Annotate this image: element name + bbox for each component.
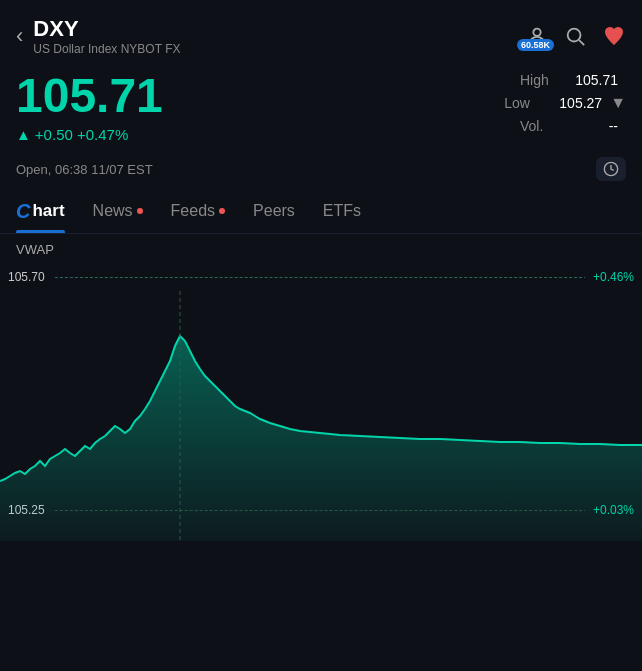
back-button[interactable]: ‹ [16, 23, 23, 49]
vol-value: -- [563, 118, 618, 134]
vwap-label: VWAP [0, 234, 642, 261]
price-section: 105.71 ▲ +0.50 +0.47% High 105.71 Low 10… [0, 64, 642, 151]
search-icon [564, 25, 586, 47]
user-badge: 60.58K [517, 39, 554, 51]
price-change: ▲ +0.50 +0.47% [16, 126, 163, 143]
tab-etfs-label: ETFs [323, 202, 361, 220]
header: ‹ DXY US Dollar Index NYBOT FX 60.58K [0, 0, 642, 64]
low-arrow: ▼ [610, 94, 626, 112]
low-label: Low [504, 95, 539, 111]
svg-point-0 [533, 29, 540, 36]
tab-chart[interactable]: Chart [16, 191, 65, 233]
tab-feeds[interactable]: Feeds [171, 192, 225, 232]
change-arrow: ▲ [16, 126, 31, 143]
main-price: 105.71 [16, 72, 163, 120]
news-dot [137, 208, 143, 214]
tab-news[interactable]: News [93, 192, 143, 232]
chart-logo: Chart [16, 201, 65, 221]
tab-feeds-label: Feeds [171, 202, 215, 220]
search-button[interactable] [564, 25, 586, 47]
heart-icon [602, 24, 626, 48]
clock-button[interactable] [596, 157, 626, 181]
chart-svg-wrapper [0, 261, 642, 541]
clock-icon [603, 161, 619, 177]
vol-stat: Vol. -- [486, 118, 626, 134]
vol-label: Vol. [520, 118, 555, 134]
tab-news-label: News [93, 202, 133, 220]
heart-button[interactable] [602, 24, 626, 48]
tab-peers-label: Peers [253, 202, 295, 220]
price-right: High 105.71 Low 105.27 ▼ Vol. -- [486, 72, 626, 134]
high-label: High [520, 72, 555, 88]
high-value: 105.71 [563, 72, 618, 88]
chart-container: 105.70 +0.46% 105.25 +0.03% [0, 261, 642, 541]
price-left: 105.71 ▲ +0.50 +0.47% [16, 72, 163, 143]
ticker-name: US Dollar Index NYBOT FX [33, 42, 180, 56]
tab-etfs[interactable]: ETFs [323, 192, 361, 232]
feeds-dot [219, 208, 225, 214]
tab-peers[interactable]: Peers [253, 192, 295, 232]
open-time-text: Open, 06:38 11/07 EST [16, 162, 153, 177]
tabs-row: Chart News Feeds Peers ETFs [0, 191, 642, 234]
open-time-row: Open, 06:38 11/07 EST [0, 151, 642, 191]
low-stat: Low 105.27 ▼ [486, 94, 626, 112]
header-right: 60.58K [526, 24, 626, 48]
change-value: +0.50 +0.47% [35, 126, 128, 143]
low-value: 105.27 [547, 95, 602, 111]
svg-line-2 [579, 40, 584, 45]
price-chart [0, 261, 642, 541]
high-stat: High 105.71 [486, 72, 626, 88]
ticker-symbol: DXY [33, 16, 180, 42]
header-left: ‹ DXY US Dollar Index NYBOT FX [16, 16, 181, 56]
svg-point-1 [568, 29, 581, 42]
ticker-info: DXY US Dollar Index NYBOT FX [33, 16, 180, 56]
user-icon-wrapper[interactable]: 60.58K [526, 25, 548, 47]
